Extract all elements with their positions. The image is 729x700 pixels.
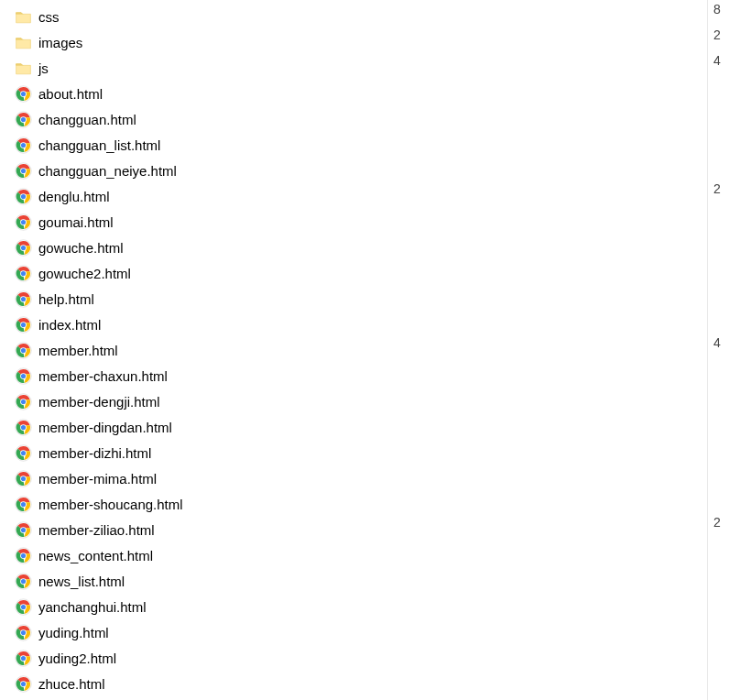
right-edge-cell: 4 (708, 334, 729, 359)
file-row[interactable]: changguan_neiye.html (9, 158, 729, 183)
folder-icon (13, 6, 33, 27)
right-edge-cell: 4 (708, 51, 729, 77)
file-row[interactable]: changguan_list.html (9, 132, 729, 158)
file-name: member-chaxun.html (38, 368, 168, 384)
file-row[interactable]: yuding.html (9, 619, 729, 645)
file-row[interactable]: yuding2.html (9, 645, 729, 671)
svg-point-50 (20, 501, 25, 506)
file-row[interactable]: member-chaxun.html (9, 363, 729, 388)
file-row[interactable]: about.html (9, 81, 729, 106)
chrome-file-icon (13, 212, 33, 232)
file-name: denglu.html (38, 189, 110, 204)
right-edge-cell (708, 154, 729, 180)
file-name: member-ziliao.html (38, 522, 155, 538)
right-edge-cell (708, 77, 729, 103)
svg-point-68 (20, 655, 25, 660)
chrome-file-icon (13, 237, 33, 257)
chrome-file-icon (13, 109, 33, 129)
file-row[interactable]: css (9, 4, 729, 29)
file-name: changguan_neiye.html (38, 163, 177, 179)
right-edge-cell: 2 (708, 180, 729, 205)
file-name: news_list.html (38, 574, 125, 589)
file-name: yuding.html (38, 625, 109, 640)
file-row[interactable]: changguan.html (9, 106, 729, 132)
svg-point-20 (20, 245, 25, 249)
file-name: js (38, 60, 49, 76)
svg-point-2 (20, 91, 25, 95)
file-row[interactable]: news_list.html (9, 568, 729, 594)
svg-point-47 (20, 476, 25, 480)
file-row[interactable]: member-dengji.html (9, 388, 729, 414)
file-name: member-shoucang.html (38, 497, 183, 512)
chrome-file-icon (13, 366, 33, 386)
right-edge-cell (708, 308, 729, 334)
svg-point-41 (20, 424, 25, 429)
file-row[interactable]: member.html (9, 337, 729, 363)
file-name: goumai.html (38, 214, 114, 230)
file-row[interactable]: yanchanghui.html (9, 594, 729, 619)
chrome-file-icon (13, 314, 33, 334)
right-edge-cell (708, 282, 729, 308)
chrome-file-icon (13, 520, 33, 540)
svg-point-11 (20, 168, 25, 172)
right-edge-cell (708, 436, 729, 462)
file-row[interactable]: gowuche2.html (9, 260, 729, 286)
file-row[interactable]: zhuce.html (9, 671, 729, 696)
chrome-file-icon (13, 468, 33, 488)
file-name: yuding2.html (38, 651, 116, 666)
file-row[interactable]: help.html (9, 286, 729, 312)
svg-point-14 (20, 193, 25, 198)
file-name: zhuce.html (38, 676, 105, 692)
svg-point-23 (20, 270, 25, 275)
file-row[interactable]: member-dizhi.html (9, 440, 729, 465)
chrome-file-icon (13, 289, 33, 309)
file-row[interactable]: member-dingdan.html (9, 414, 729, 440)
file-row[interactable]: images (9, 29, 729, 55)
svg-point-71 (20, 681, 25, 685)
right-edge-cell (708, 231, 729, 257)
file-name: member.html (38, 343, 118, 358)
file-row[interactable]: member-mima.html (9, 465, 729, 491)
svg-point-44 (20, 450, 25, 454)
svg-point-35 (20, 373, 25, 377)
chrome-file-icon (13, 545, 33, 565)
file-row[interactable]: member-ziliao.html (9, 517, 729, 542)
svg-point-5 (20, 116, 25, 121)
chrome-file-icon (13, 83, 33, 104)
right-edge-cell (708, 257, 729, 282)
right-edge-cell: 8 (708, 0, 729, 26)
right-edge-cell (708, 103, 729, 128)
svg-point-62 (20, 604, 25, 608)
right-edge-cell: 2 (708, 26, 729, 51)
right-edge-cell (708, 385, 729, 410)
file-name: news_content.html (38, 548, 153, 563)
right-column-fragment: 824242 (707, 0, 729, 700)
chrome-file-icon (13, 648, 33, 668)
file-row[interactable]: news_content.html (9, 542, 729, 568)
chrome-file-icon (13, 186, 33, 206)
file-row[interactable]: denglu.html (9, 183, 729, 209)
svg-point-8 (20, 142, 25, 147)
chrome-file-icon (13, 417, 33, 437)
file-row[interactable]: js (9, 55, 729, 81)
svg-point-53 (20, 527, 25, 531)
file-name: about.html (38, 86, 103, 102)
svg-point-59 (20, 578, 25, 583)
file-name: member-dizhi.html (38, 445, 151, 461)
file-row[interactable]: member-shoucang.html (9, 491, 729, 517)
file-name: member-dingdan.html (38, 420, 172, 435)
file-name: changguan_list.html (38, 137, 160, 153)
file-row[interactable]: goumai.html (9, 209, 729, 235)
svg-point-56 (20, 552, 25, 557)
right-edge-cell (708, 205, 729, 231)
file-row[interactable]: gowuche.html (9, 235, 729, 260)
file-row[interactable]: index.html (9, 312, 729, 337)
right-edge-cell (708, 462, 729, 487)
chrome-file-icon (13, 673, 33, 694)
svg-point-32 (20, 347, 25, 352)
file-name: gowuche.html (38, 240, 124, 256)
right-edge-cell (708, 359, 729, 385)
right-edge-cell (708, 128, 729, 154)
chrome-file-icon (13, 571, 33, 591)
chrome-file-icon (13, 494, 33, 514)
